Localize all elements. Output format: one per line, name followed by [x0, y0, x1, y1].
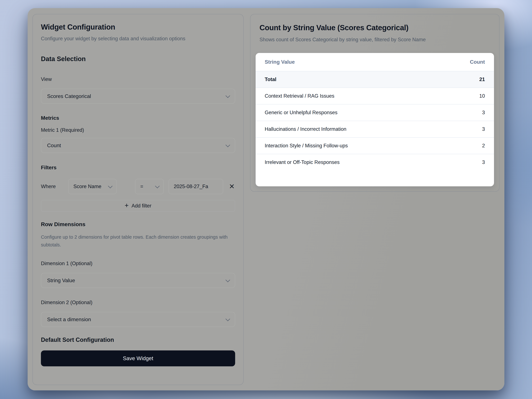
- chevron-down-icon: [226, 93, 230, 98]
- preview-subtitle: Shows count of Scores Categorical by str…: [260, 36, 490, 43]
- row-label: Generic or Unhelpful Responses: [265, 110, 337, 116]
- total-count: 21: [479, 77, 485, 82]
- total-label: Total: [265, 77, 276, 82]
- widget-configuration-subtitle: Configure your widget by selecting data …: [41, 34, 229, 43]
- remove-filter-button[interactable]: ✕: [229, 183, 235, 190]
- widget-configuration-title: Widget Configuration: [41, 22, 235, 32]
- row-count: 10: [479, 93, 485, 99]
- widget-configuration-panel: Widget Configuration Configure your widg…: [32, 14, 244, 385]
- row-label: Hallucinations / Incorrect Information: [265, 126, 346, 132]
- chevron-down-icon: [226, 278, 230, 282]
- table-row: Generic or Unhelpful Responses 3: [256, 104, 494, 121]
- column-header-count: Count: [470, 59, 485, 65]
- preview-title: Count by String Value (Scores Categorica…: [260, 23, 490, 32]
- dimension1-select[interactable]: String Value: [41, 273, 235, 288]
- filters-heading: Filters: [41, 164, 235, 171]
- default-sort-heading: Default Sort Configuration: [41, 336, 235, 343]
- filter-row: Where Score Name = 2025-08-27_Fa ✕: [41, 179, 235, 194]
- plus-icon: +: [125, 202, 129, 209]
- table-row: Hallucinations / Incorrect Information 3: [256, 121, 494, 137]
- where-label: Where: [41, 184, 61, 189]
- view-label: View: [41, 76, 235, 82]
- chevron-down-icon: [226, 317, 230, 321]
- filter-value-input[interactable]: 2025-08-27_Fa: [169, 179, 223, 194]
- preview-table-card: String Value Count Total 21 Context Retr…: [256, 53, 494, 186]
- row-label: Irrelevant or Off-Topic Responses: [265, 159, 340, 165]
- dimension2-label: Dimension 2 (Optional): [41, 300, 235, 305]
- dimension2-select-placeholder: Select a dimension: [47, 316, 91, 322]
- add-filter-label: Add filter: [132, 203, 151, 209]
- preview-table-header: String Value Count: [256, 53, 494, 71]
- filter-column-value: Score Name: [73, 184, 101, 189]
- chevron-down-icon: [108, 184, 113, 188]
- row-count: 3: [482, 126, 485, 132]
- table-row: Context Retrieval / RAG Issues 10: [256, 88, 494, 104]
- row-dimensions-description: Configure up to 2 dimensions for pivot t…: [41, 233, 234, 249]
- add-filter-button[interactable]: + Add filter: [41, 200, 235, 212]
- metrics-heading: Metrics: [41, 115, 235, 121]
- metric1-label: Metric 1 (Required): [41, 127, 235, 133]
- chevron-down-icon: [226, 143, 230, 147]
- metric1-select[interactable]: Count: [41, 138, 235, 153]
- view-select[interactable]: Scores Categorical: [41, 89, 235, 104]
- row-dimensions-heading: Row Dimensions: [41, 221, 235, 228]
- filter-column-select[interactable]: Score Name: [68, 179, 117, 194]
- dimension2-select[interactable]: Select a dimension: [41, 312, 235, 327]
- chevron-down-icon: [155, 184, 160, 188]
- widget-preview-panel: Count by String Value (Scores Categorica…: [250, 14, 500, 192]
- row-count: 2: [482, 143, 485, 149]
- data-selection-heading: Data Selection: [41, 55, 235, 63]
- dimension1-select-value: String Value: [47, 277, 75, 283]
- preview-table-body: Context Retrieval / RAG Issues 10 Generi…: [256, 88, 494, 170]
- dimension1-label: Dimension 1 (Optional): [41, 261, 235, 266]
- save-widget-button[interactable]: Save Widget: [41, 350, 235, 366]
- row-label: Interaction Style / Missing Follow-ups: [265, 143, 348, 149]
- filter-operator-value: =: [140, 184, 143, 189]
- view-select-value: Scores Categorical: [47, 93, 91, 99]
- row-label: Context Retrieval / RAG Issues: [265, 93, 334, 99]
- column-header-string-value: String Value: [265, 59, 295, 65]
- row-count: 3: [482, 159, 485, 165]
- metric1-select-value: Count: [47, 142, 61, 148]
- table-row: Irrelevant or Off-Topic Responses 3: [256, 154, 494, 170]
- row-count: 3: [482, 110, 485, 116]
- widget-editor-dialog: Widget Configuration Configure your widg…: [28, 8, 504, 390]
- filter-operator-select[interactable]: =: [135, 179, 164, 194]
- table-row: Interaction Style / Missing Follow-ups 2: [256, 137, 494, 154]
- table-row-total: Total 21: [256, 71, 494, 88]
- filter-value-text: 2025-08-27_Fa: [174, 184, 208, 189]
- close-icon: ✕: [229, 183, 235, 190]
